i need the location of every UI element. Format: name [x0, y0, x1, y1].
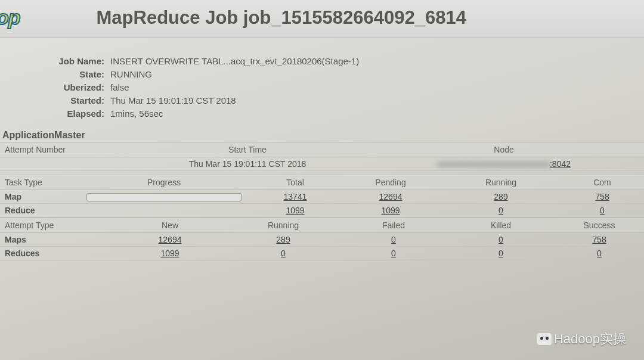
- label-job-name: Job Name:: [0, 55, 110, 68]
- cell-maps-killed[interactable]: 0: [447, 233, 555, 247]
- label-state: State:: [0, 68, 110, 81]
- page-header: op MapReduce Job job_1515582664092_6814: [0, 0, 644, 38]
- col-pending: Pending: [340, 175, 441, 190]
- cell-maps-new[interactable]: 12694: [113, 233, 227, 247]
- col-complete: Com: [561, 175, 644, 190]
- cell-map-total[interactable]: 13741: [250, 190, 340, 204]
- cell-maps-success[interactable]: 758: [555, 233, 644, 247]
- cell-map-progress: [78, 190, 250, 204]
- col-running: Running: [441, 175, 561, 190]
- cell-map-pending[interactable]: 12694: [340, 190, 441, 204]
- watermark: Hadoop实操: [537, 330, 626, 348]
- cell-reduces-label: Reduces: [0, 247, 113, 260]
- cell-reduce-total[interactable]: 1099: [250, 204, 340, 218]
- cell-map-running[interactable]: 289: [441, 190, 561, 204]
- col-total: Total: [250, 175, 340, 190]
- cell-reduce-running[interactable]: 0: [441, 204, 561, 218]
- col-attempt-number: Attempt Number: [0, 142, 131, 157]
- wechat-icon: [537, 333, 552, 345]
- job-info-block: Job Name: INSERT OVERWRITE TABL...acq_tr…: [0, 38, 644, 126]
- cell-reduces-failed[interactable]: 0: [340, 247, 447, 260]
- value-started: Thu Mar 15 19:01:19 CST 2018: [110, 94, 236, 107]
- cell-reduces-running[interactable]: 0: [227, 247, 340, 260]
- cell-reduces-new[interactable]: 1099: [113, 247, 227, 260]
- col-success: Success: [555, 218, 644, 233]
- col-new: New: [113, 218, 227, 233]
- cell-map-complete[interactable]: 758: [561, 190, 644, 204]
- value-state: RUNNING: [110, 68, 152, 81]
- col-progress: Progress: [78, 175, 250, 190]
- col-node: Node: [364, 142, 644, 157]
- cell-maps-running[interactable]: 289: [227, 233, 340, 247]
- cell-maps-label: Maps: [0, 233, 113, 247]
- page-title: MapReduce Job job_1515582664092_6814: [97, 7, 466, 29]
- col-task-type: Task Type: [0, 175, 78, 190]
- appmaster-row: Thu Mar 15 19:01:11 CST 2018 xxxxxxxxxxx…: [0, 157, 644, 171]
- label-uberized: Uberized:: [0, 81, 110, 94]
- cell-map-label: Map: [0, 190, 78, 204]
- cell-maps-failed[interactable]: 0: [340, 233, 447, 247]
- cell-node[interactable]: xxxxxxxxxxxxxxxxxxxxxxxxxxx:8042: [364, 157, 644, 171]
- cell-reduces-success[interactable]: 0: [555, 247, 644, 260]
- task-row-reduce: Reduce 1099 1099 0 0: [0, 204, 644, 218]
- appmaster-heading: ApplicationMaster: [0, 126, 644, 142]
- task-table: Task Type Progress Total Pending Running…: [0, 175, 644, 218]
- cell-reduce-label: Reduce: [0, 204, 78, 218]
- attempt-row-reduces: Reduces 1099 0 0 0 0: [0, 247, 644, 260]
- cell-reduces-killed[interactable]: 0: [447, 247, 555, 260]
- attempt-row-maps: Maps 12694 289 0 0 758: [0, 233, 644, 247]
- value-job-name: INSERT OVERWRITE TABL...acq_trx_evt_2018…: [110, 55, 359, 68]
- task-row-map: Map 13741 12694 289 758: [0, 190, 644, 204]
- col-running2: Running: [227, 218, 340, 233]
- col-killed: Killed: [447, 218, 555, 233]
- logo-fragment: op: [0, 6, 25, 29]
- col-start-time: Start Time: [131, 142, 364, 157]
- col-attempt-type: Attempt Type: [0, 218, 113, 233]
- label-elapsed: Elapsed:: [0, 107, 110, 120]
- cell-start-time: Thu Mar 15 19:01:11 CST 2018: [131, 157, 364, 171]
- value-uberized: false: [110, 81, 129, 94]
- cell-reduce-progress: [78, 204, 250, 218]
- map-progress-bar: [86, 193, 242, 201]
- label-started: Started:: [0, 94, 110, 107]
- appmaster-table: Attempt Number Start Time Node Thu Mar 1…: [0, 142, 644, 171]
- cell-reduce-pending[interactable]: 1099: [340, 204, 441, 218]
- value-elapsed: 1mins, 56sec: [110, 107, 163, 120]
- attempt-table: Attempt Type New Running Failed Killed S…: [0, 218, 644, 260]
- col-failed: Failed: [340, 218, 447, 233]
- cell-attempt: [0, 157, 131, 171]
- cell-reduce-complete[interactable]: 0: [561, 204, 644, 218]
